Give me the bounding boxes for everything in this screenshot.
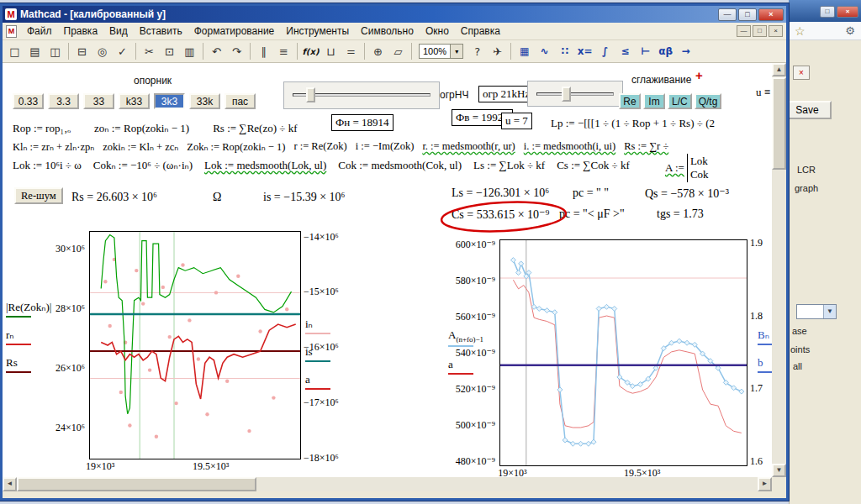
smooth-button-Im[interactable]: Im <box>643 93 665 109</box>
vertical-scrollbar[interactable]: ▲ ▼ <box>772 63 786 477</box>
ls-result[interactable]: Ls = −126.301 × 10⁶ <box>452 186 549 200</box>
cut-icon[interactable]: ✂ <box>140 42 159 60</box>
horizontal-scroll-thumb[interactable] <box>17 477 256 491</box>
redo-icon[interactable]: ↷ <box>227 42 246 60</box>
tgs-result[interactable]: tgs = 1.73 <box>657 207 704 221</box>
dropdown-arrow-icon[interactable]: ▼ <box>823 305 836 318</box>
close-button[interactable]: × <box>758 8 784 21</box>
vertical-scroll-thumb[interactable] <box>772 77 786 170</box>
menu-item-2[interactable]: Вид <box>103 24 134 39</box>
graph-palette-icon[interactable]: ∿ <box>535 42 554 60</box>
greek-palette-icon[interactable]: αβ <box>656 42 675 60</box>
menu-item-6[interactable]: Символьно <box>355 24 420 39</box>
title-bar[interactable]: M Mathcad - [калиброванный у] — □ × <box>3 6 786 23</box>
calculus-palette-icon[interactable]: ∫ <box>595 42 615 60</box>
equation-region[interactable]: i. := medsmooth(i, ui) <box>524 140 615 154</box>
panel-dropdown[interactable]: ▼ <box>796 304 837 319</box>
help-icon[interactable]: ? <box>467 42 487 60</box>
opornik-button-0.33[interactable]: 0.33 <box>13 93 44 109</box>
save-button[interactable]: Save <box>783 101 832 119</box>
equation-region[interactable]: Cokₙ := −10⁶ ÷ (ωₙ·iₙ) <box>93 159 193 172</box>
spell-check-icon[interactable]: ✓ <box>113 42 132 60</box>
pc-result-1[interactable]: pc = " " <box>573 186 609 200</box>
matrix-palette-icon[interactable]: ∷ <box>555 42 574 60</box>
lp-equation[interactable]: Lp := −[[[1 ÷ (1 ÷ Rop + 1 ÷ Rs) ÷ (2 <box>551 117 771 130</box>
menu-item-3[interactable]: Вставить <box>134 24 188 39</box>
u-global-fragment[interactable]: u ≡ <box>756 86 770 99</box>
print-preview-icon[interactable]: ◎ <box>92 42 112 60</box>
programming-palette-icon[interactable]: ⊢ <box>636 42 655 60</box>
align-across-icon[interactable]: ∥ <box>254 42 273 60</box>
minimize-button[interactable]: — <box>718 8 737 21</box>
equation-region[interactable]: Lok := medsmooth(Lok, ul) <box>204 159 326 172</box>
save-icon[interactable]: ◫ <box>45 42 65 60</box>
smooth-slider[interactable] <box>527 81 623 107</box>
equation-region[interactable]: Ls := ∑Lok ÷ kf <box>473 159 545 172</box>
favorites-star-icon[interactable]: ☆ <box>795 24 806 38</box>
panel-close-button[interactable]: × <box>793 66 810 80</box>
menu-item-1[interactable]: Правка <box>58 24 104 39</box>
new-icon[interactable]: □ <box>5 42 24 60</box>
qs-result[interactable]: Qs = −578 × 10⁻³ <box>645 186 729 201</box>
worksheet[interactable]: опорник 0.333.333k333k333kпас огрНЧ огр … <box>3 63 772 477</box>
scroll-down-icon[interactable]: ▼ <box>772 464 786 477</box>
resource-center-icon[interactable]: ✈ <box>488 42 507 60</box>
undo-icon[interactable]: ↶ <box>207 42 226 60</box>
background-close-button[interactable]: × <box>837 6 858 18</box>
menu-item-8[interactable]: Справка <box>455 24 506 39</box>
equation-region[interactable]: r := Re(Zok) <box>293 140 346 154</box>
opornik-button-3k3[interactable]: 3k3 <box>154 93 185 109</box>
paste-icon[interactable]: ▥ <box>180 42 199 60</box>
insert-hyperlink-icon[interactable]: ⊕ <box>368 42 388 60</box>
fn-region[interactable]: Фн = 18914 <box>331 114 394 131</box>
menu-item-5[interactable]: Инструменты <box>280 24 355 39</box>
zoom-dropdown-arrow-icon[interactable]: ▾ <box>450 45 462 58</box>
scroll-right-icon[interactable]: ► <box>758 477 772 491</box>
right-plot[interactable]: 600×10⁻⁹580×10⁻⁹560×10⁻⁹540×10⁻⁹520×10⁻⁹… <box>443 233 772 476</box>
insert-component-icon[interactable]: ▱ <box>388 42 408 60</box>
ogr-21khz-region[interactable]: огр 21kHz <box>478 86 534 102</box>
plot-area[interactable] <box>89 231 301 459</box>
equation-region[interactable]: Rs := ∑Re(zo) ÷ kf <box>213 122 297 135</box>
restore-button[interactable]: □ <box>738 8 757 21</box>
child-close-button[interactable]: × <box>769 25 783 37</box>
horizontal-scrollbar[interactable]: ◄ ► <box>3 477 772 491</box>
zoom-select[interactable]: 100%▾ <box>419 44 463 59</box>
is-result[interactable]: is = −15.39 × 10⁶ <box>263 191 345 204</box>
slider-thumb[interactable] <box>562 87 571 102</box>
insert-function-icon[interactable]: f(x) <box>301 42 320 60</box>
settings-gear-icon[interactable]: ⚙ <box>845 24 855 37</box>
equation-region[interactable]: zokiₙ := Klₙ + zcₙ <box>103 140 178 154</box>
evaluation-palette-icon[interactable]: x= <box>575 42 594 60</box>
slider-thumb[interactable] <box>306 87 315 102</box>
scroll-left-icon[interactable]: ◄ <box>3 477 17 491</box>
opornik-button-k33[interactable]: k33 <box>119 93 150 109</box>
align-down-icon[interactable]: ≡ <box>274 42 293 60</box>
smooth-button-Q/tg[interactable]: Q/tg <box>695 93 722 109</box>
left-plot[interactable]: 30×10⁶28×10⁶26×10⁶24×10⁶−14×10⁶−15×10⁶−1… <box>8 224 352 476</box>
menu-item-7[interactable]: Окно <box>420 24 455 39</box>
child-restore-button[interactable]: □ <box>753 25 767 37</box>
equation-region[interactable]: zoₙ := Rop(zokiₙ − 1) <box>94 122 189 135</box>
opornik-button-пас[interactable]: пас <box>224 93 256 109</box>
opornik-button-33k[interactable]: 33k <box>189 93 220 109</box>
menu-item-0[interactable]: Файл <box>21 24 58 39</box>
child-minimize-button[interactable]: — <box>737 25 751 37</box>
equation-region[interactable]: Rop := rop₁‚ₒ <box>13 122 71 135</box>
u-region[interactable]: u = 7 <box>501 113 532 129</box>
opornik-button-33[interactable]: 33 <box>83 93 114 109</box>
opornik-slider[interactable] <box>283 81 440 109</box>
equation-region[interactable]: Zokₙ := Rop(zokiₙ − 1) <box>187 140 285 154</box>
smooth-button-L/C[interactable]: L/C <box>668 93 692 109</box>
opornik-button-3.3[interactable]: 3.3 <box>48 93 79 109</box>
re-noise-button[interactable]: Re-шум <box>14 187 63 204</box>
rs-result[interactable]: Rs = 26.603 × 10⁶ <box>71 191 157 204</box>
a-matrix-equation[interactable]: A := Lok Cok <box>665 154 709 182</box>
background-restore-button[interactable]: □ <box>820 6 835 18</box>
scroll-up-icon[interactable]: ▲ <box>772 63 786 76</box>
equation-region[interactable]: Rs := ∑r ÷ <box>624 140 668 154</box>
copy-icon[interactable]: ⊡ <box>160 42 179 60</box>
equation-region[interactable]: Cs := ∑Cok ÷ kf <box>557 159 630 172</box>
calculator-palette-icon[interactable]: ▦ <box>515 42 534 60</box>
equation-region[interactable]: r. := medsmooth(r, ur) <box>422 140 515 154</box>
